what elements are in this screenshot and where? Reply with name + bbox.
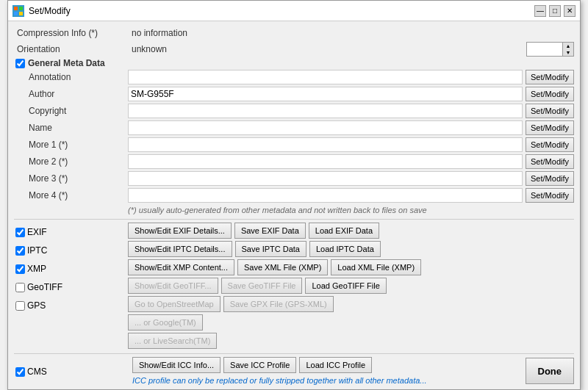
svg-rect-3 [19, 12, 23, 15]
meta-input-7[interactable] [128, 188, 523, 203]
cms-feature: CMS [14, 364, 128, 380]
load-icc-button[interactable]: Load ICC Profile [299, 357, 372, 373]
compression-info-row: Compression Info (*) no information [14, 26, 574, 40]
cms-actions: Show/Edit ICC Info... Save ICC Profile L… [132, 357, 521, 373]
meta-label-3: Name [14, 123, 128, 133]
show-icc-button[interactable]: Show/Edit ICC Info... [132, 357, 220, 373]
meta-input-3[interactable] [128, 120, 523, 135]
spin-down-button[interactable]: ▼ [563, 49, 573, 56]
exif-checkbox[interactable] [15, 228, 25, 237]
show-xmp-button[interactable]: Show/Edit XMP Content... [128, 259, 234, 275]
feature-exif: EXIF [14, 224, 128, 240]
load-exif-button[interactable]: Load EXIF Data [309, 223, 379, 239]
show-iptc-button[interactable]: Show/Edit IPTC Details... [128, 241, 232, 257]
cms-text: CMS [27, 366, 47, 377]
separator-2 [14, 353, 574, 354]
save-geotiff-button[interactable]: Save GeoTIFF File [221, 278, 303, 294]
meta-setmodify-btn-3[interactable]: Set/Modify [526, 120, 574, 135]
separator-1 [14, 219, 574, 220]
google-actions: ... or Google(TM) [128, 314, 574, 331]
iptc-label[interactable]: IPTC [14, 245, 128, 256]
orientation-spin-input[interactable]: 0 [526, 42, 563, 57]
meta-input-6[interactable] [128, 171, 523, 186]
main-window: Set/Modify — □ ✕ Compression Info (*) no… [7, 0, 581, 390]
general-meta-checkbox[interactable] [15, 59, 25, 68]
features-right: Show/Edit EXIF Details... Save EXIF Data… [128, 223, 574, 350]
done-button[interactable]: Done [526, 358, 575, 384]
gps-text: GPS [27, 300, 46, 311]
save-icc-button[interactable]: Save ICC Profile [223, 357, 296, 373]
gps-actions: Go to OpenStreetMap Save GPX File (GPS-X… [128, 296, 574, 312]
spin-buttons: ▲ ▼ [563, 42, 574, 57]
show-geotiff-button[interactable]: Show/Edit GeoTIFF... [128, 278, 218, 294]
feature-xmp: XMP [14, 261, 128, 277]
cms-label[interactable]: CMS [14, 366, 128, 377]
footer-row: CMS Show/Edit ICC Info... Save ICC Profi… [14, 357, 574, 385]
meta-label-0: Annotation [14, 72, 128, 82]
meta-label-5: More 2 (*) [14, 156, 128, 167]
livesearch-button[interactable]: ... or LiveSearch(TM) [128, 333, 217, 349]
iptc-text: IPTC [27, 245, 47, 256]
google-button[interactable]: ... or Google(TM) [128, 314, 203, 331]
geotiff-label[interactable]: GeoTIFF [14, 282, 128, 292]
gps-checkbox[interactable] [15, 301, 25, 311]
cms-checkbox[interactable] [15, 367, 25, 377]
general-meta-text: General Meta Data [28, 58, 105, 68]
save-exif-button[interactable]: Save EXIF Data [234, 223, 306, 239]
save-xmp-button[interactable]: Save XML File (XMP) [237, 259, 328, 275]
load-geotiff-button[interactable]: Load GeoTIFF File [305, 278, 386, 294]
meta-label-6: More 3 (*) [14, 173, 128, 184]
iptc-checkbox[interactable] [15, 246, 25, 256]
meta-setmodify-btn-4[interactable]: Set/Modify [526, 137, 574, 152]
meta-setmodify-btn-5[interactable]: Set/Modify [526, 154, 574, 169]
meta-label-4: More 1 (*) [14, 140, 128, 150]
geotiff-text: GeoTIFF [27, 282, 62, 292]
exif-actions: Show/Edit EXIF Details... Save EXIF Data… [128, 223, 574, 239]
minimize-button[interactable]: — [534, 5, 546, 17]
meta-setmodify-btn-1[interactable]: Set/Modify [526, 87, 574, 101]
xmp-label[interactable]: XMP [14, 264, 128, 274]
show-exif-button[interactable]: Show/Edit EXIF Details... [128, 223, 232, 239]
meta-row-5: More 2 (*) Set/Modify [14, 154, 574, 169]
svg-rect-0 [14, 7, 18, 10]
gps-label[interactable]: GPS [14, 300, 128, 311]
save-iptc-button[interactable]: Save IPTC Data [235, 241, 306, 257]
xmp-checkbox[interactable] [15, 264, 25, 274]
save-gpx-button[interactable]: Save GPX File (GPS-XML) [223, 296, 334, 312]
meta-row-7: More 4 (*) Set/Modify [14, 187, 574, 203]
meta-setmodify-btn-0[interactable]: Set/Modify [526, 70, 574, 84]
iptc-actions: Show/Edit IPTC Details... Save IPTC Data… [128, 241, 574, 257]
livesearch-actions: ... or LiveSearch(TM) [128, 333, 574, 349]
feature-geotiff: GeoTIFF [14, 279, 128, 295]
exif-label[interactable]: EXIF [14, 227, 128, 237]
meta-row-6: More 3 (*) Set/Modify [14, 170, 574, 186]
meta-input-4[interactable] [128, 137, 523, 152]
geotiff-actions: Show/Edit GeoTIFF... Save GeoTIFF File L… [128, 278, 574, 294]
meta-input-2[interactable] [128, 104, 523, 118]
openstreetmap-button[interactable]: Go to OpenStreetMap [128, 296, 220, 312]
spin-up-button[interactable]: ▲ [563, 43, 573, 49]
xmp-text: XMP [27, 264, 46, 274]
feature-livesearch-placeholder [14, 334, 128, 350]
compression-info-label: Compression Info (*) [14, 28, 132, 38]
load-iptc-button[interactable]: Load IPTC Data [309, 241, 381, 257]
compression-info-value: no information [132, 28, 574, 38]
load-xmp-button[interactable]: Load XML File (XMP) [331, 259, 421, 275]
meta-setmodify-btn-7[interactable]: Set/Modify [526, 188, 574, 203]
orientation-spinner: 0 ▲ ▼ [526, 42, 574, 57]
meta-input-0[interactable] [128, 70, 523, 84]
meta-input-5[interactable] [128, 154, 523, 169]
geotiff-checkbox[interactable] [15, 283, 25, 292]
feature-google-placeholder [14, 316, 128, 332]
close-button[interactable]: ✕ [564, 5, 576, 17]
general-meta-label[interactable]: General Meta Data [14, 58, 128, 68]
svg-rect-1 [19, 7, 23, 10]
meta-label-7: More 4 (*) [14, 190, 128, 201]
meta-setmodify-btn-2[interactable]: Set/Modify [526, 104, 574, 118]
meta-label-2: Copyright [14, 106, 128, 116]
meta-input-1[interactable] [128, 87, 523, 101]
icc-footer-note: ICC profile can only be replaced or full… [132, 376, 521, 385]
meta-row-2: Copyright Set/Modify [14, 103, 574, 118]
maximize-button[interactable]: □ [549, 5, 561, 17]
meta-setmodify-btn-6[interactable]: Set/Modify [526, 171, 574, 186]
